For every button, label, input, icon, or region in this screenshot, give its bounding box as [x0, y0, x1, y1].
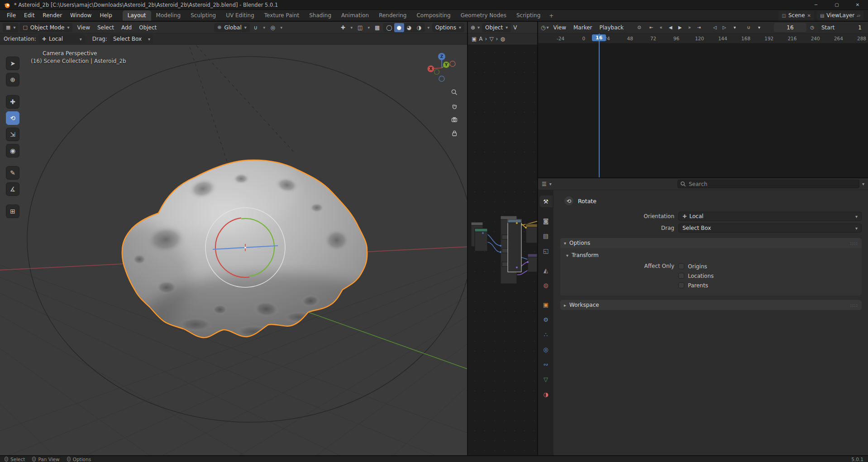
panel-grip[interactable]: :::: [850, 241, 858, 246]
tool-button-rotate[interactable]: ⟲ [6, 111, 19, 125]
timeline-menu-item[interactable]: View [550, 24, 570, 31]
snap-toggle[interactable]: ∪ [251, 23, 261, 32]
timeline-ruler[interactable]: -24024487296120144168192216240264288 [538, 33, 868, 43]
filter-dropdown[interactable]: ▾ [862, 181, 864, 186]
workspace-tab[interactable]: Animation [336, 10, 374, 21]
ruler-tick[interactable]: 120 [688, 36, 711, 41]
ruler-tick[interactable]: -24 [549, 36, 572, 41]
viewport-options-dropdown[interactable]: Options ▾ [432, 23, 464, 32]
snap-dropdown[interactable]: ▾ [262, 23, 267, 32]
props-tab-view-layer[interactable]: ◱ [539, 245, 553, 257]
workspace-panel-header[interactable]: ▸ Workspace :::: [560, 300, 862, 310]
props-tab-data[interactable]: ▽ [539, 373, 553, 385]
properties-editor-icon[interactable]: ☰ [542, 181, 547, 187]
ruler-tick[interactable]: 168 [734, 36, 758, 41]
autokey-toggle[interactable]: ⊙ [634, 23, 644, 32]
tool-button-scale[interactable]: ⇲ [6, 128, 19, 141]
tool-button-add-cube[interactable]: ⊞ [6, 205, 19, 218]
props-tab-world[interactable]: ◍ [539, 279, 553, 291]
tool-drag-dropdown[interactable]: Select Box ▾ [110, 34, 153, 43]
field-dropdown[interactable]: Select Box ▾ [678, 224, 862, 233]
frame-step-dropdown[interactable]: ▾ [730, 23, 739, 32]
preview-range-toggle[interactable]: ◷ [807, 23, 817, 32]
workspace-tab[interactable]: Scripting [511, 10, 545, 21]
unlink-icon[interactable]: ✕ [807, 13, 811, 18]
tool-button-move[interactable]: ✚ [6, 95, 19, 109]
zoom-icon[interactable] [451, 89, 458, 96]
timeline-editor[interactable]: ◷ ▾ ViewMarkerPlayback ⊙ ⇤«◀▶»⇥ ◁▷ ▾ ∪ ▾… [538, 22, 868, 178]
viewport-3d[interactable]: ▦ ▾ □ Object Mode ▾ ViewSelectAddObject … [0, 22, 468, 455]
ruler-tick[interactable]: 48 [619, 36, 642, 41]
menu-item[interactable]: Render [38, 10, 66, 21]
proportional-dropdown[interactable]: ▾ [279, 23, 284, 32]
ruler-tick[interactable]: 96 [665, 36, 688, 41]
checkbox[interactable] [678, 282, 684, 288]
transport-button-jump-start[interactable]: ⇤ [647, 23, 656, 32]
minimize-button[interactable]: ─ [806, 0, 826, 10]
timeline-editor-icon[interactable]: ◷ [541, 24, 545, 31]
current-frame-field[interactable]: 16 [774, 23, 806, 32]
props-tab-render[interactable]: ◙ [539, 215, 553, 227]
timeline-menu-item[interactable]: Marker [570, 24, 596, 31]
transport-button-prev-keyframe[interactable]: « [656, 23, 666, 32]
start-frame-field[interactable]: Start 1 [818, 23, 865, 32]
workspace-tab[interactable]: UV Editing [221, 10, 259, 21]
ruler-tick[interactable]: 144 [711, 36, 734, 41]
workspace-tab[interactable]: Layout [123, 10, 151, 21]
shading-mode-material-preview[interactable]: ◕ [404, 23, 414, 32]
add-workspace-button[interactable]: + [545, 11, 557, 21]
panel-grip[interactable]: :::: [850, 303, 858, 308]
menu-item[interactable]: File [3, 10, 20, 21]
timeline-menu-item[interactable]: Playback [596, 24, 627, 31]
options-panel-header[interactable]: ▾ Options :::: [560, 238, 862, 248]
mode-dropdown[interactable]: □ Object Mode ▾ [19, 23, 72, 32]
props-tab-constraints[interactable]: ∾ [539, 358, 553, 370]
workspace-tab[interactable]: Modeling [151, 10, 186, 21]
ruler-tick[interactable]: 264 [827, 36, 850, 41]
editor-type-button[interactable]: ▦ ▾ [3, 23, 19, 32]
props-tab-particles[interactable]: ∴ [539, 329, 553, 340]
proportional-edit-toggle[interactable]: ◎ [268, 23, 278, 32]
workspace-tab[interactable]: Shading [304, 10, 336, 21]
menu-item[interactable]: Window [66, 10, 95, 21]
geometry-node-editor[interactable]: ⊛ ▾ Object ▾ V ▣ A › ▽ › ◍ [468, 22, 538, 455]
workspace-tab[interactable]: Rendering [374, 10, 411, 21]
node-graph[interactable] [468, 45, 537, 455]
camera-view-icon[interactable] [451, 116, 458, 123]
ruler-tick[interactable]: 216 [781, 36, 804, 41]
node-mode-dropdown[interactable]: Object ▾ [482, 23, 511, 32]
props-tab-tool[interactable]: ⚒ [539, 195, 553, 207]
lock-view-icon[interactable] [451, 129, 458, 137]
transport-button-play-reverse[interactable]: ◀ [666, 23, 675, 32]
props-tab-physics[interactable]: ◎ [539, 343, 553, 355]
timeline-snap-dropdown[interactable]: ▾ [754, 23, 764, 32]
viewport-menu-item[interactable]: Add [118, 24, 135, 31]
shading-mode-solid[interactable]: ● [394, 23, 404, 32]
props-tab-object[interactable]: ▣ [539, 299, 553, 310]
tool-button-annotate[interactable]: ✎ [6, 166, 19, 180]
workspace-tab[interactable]: Texture Paint [259, 10, 304, 21]
properties-search-input[interactable] [677, 180, 859, 188]
checkbox[interactable] [678, 273, 684, 279]
playhead[interactable] [599, 33, 600, 177]
show-gizmo-toggle[interactable]: ✚ [338, 23, 348, 32]
navigation-gizmo[interactable]: Z X Y [424, 51, 459, 85]
shading-mode-rendered[interactable]: ◑ [414, 23, 424, 32]
transport-button-play[interactable]: ▶ [675, 23, 685, 32]
tool-button-tweak-select[interactable]: ➤ [6, 57, 19, 70]
duplicate-icon[interactable]: ▱ [857, 13, 860, 18]
tool-orientation-dropdown[interactable]: ✚ Local ▾ [39, 34, 85, 43]
ruler-tick[interactable]: 240 [804, 36, 827, 41]
overlays-dropdown[interactable]: ▾ [366, 23, 372, 32]
props-tab-scene[interactable]: ◭ [539, 264, 553, 276]
playhead-frame-badge[interactable]: 16 [592, 34, 606, 41]
viewport-menu-item[interactable]: Select [94, 24, 118, 31]
menu-item[interactable]: Edit [20, 10, 38, 21]
workspace-tab[interactable]: Geometry Nodes [456, 10, 511, 21]
checkbox[interactable] [678, 263, 684, 269]
props-tab-modifiers[interactable]: ⚙ [539, 314, 553, 325]
props-tab-output[interactable]: ▤ [539, 230, 553, 242]
shading-mode-wireframe[interactable]: ◯ [384, 23, 394, 32]
transport-button-next-keyframe[interactable]: » [685, 23, 694, 32]
close-button[interactable]: ✕ [847, 0, 868, 10]
